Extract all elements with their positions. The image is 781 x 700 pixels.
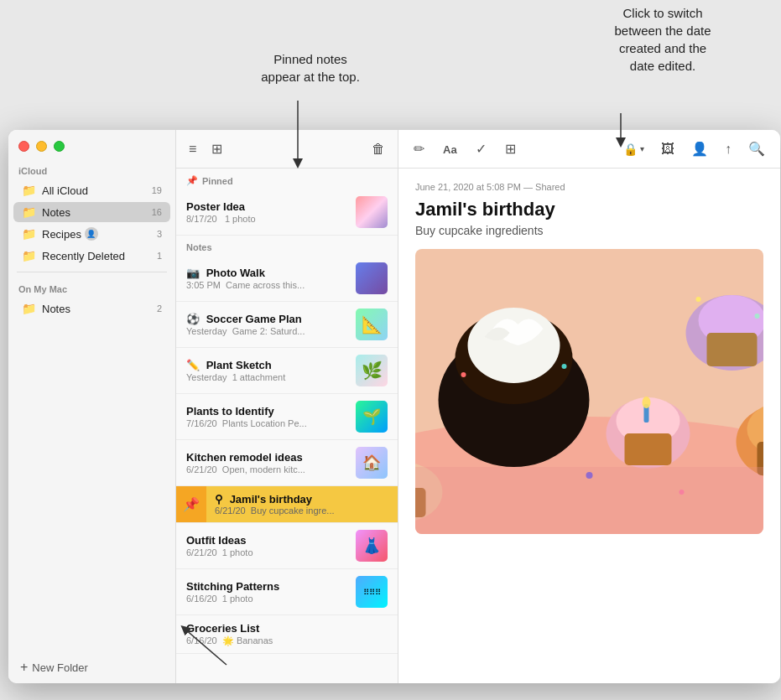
- svg-point-24: [562, 364, 567, 369]
- note-main-title: Jamil's birthday: [415, 199, 763, 220]
- sidebar-all-icloud-label: All iCloud: [42, 184, 88, 197]
- note-thumb-plant-sketch: 🌿: [356, 355, 388, 386]
- note-content-soccer: ⚽ Soccer Game Plan Yesterday Game 2: Sat…: [186, 313, 349, 336]
- svg-rect-13: [625, 433, 672, 465]
- note-item-groceries[interactable]: Groceries List 6/16/20 🌟 Bananas: [176, 615, 398, 654]
- sidebar-recipes-label: Recipes: [42, 228, 81, 241]
- note-thumb-poster: [356, 196, 388, 228]
- note-item-jamils-birthday[interactable]: 📌 ⚲ Jamil's birthday 6/21/20 Buy cupcake…: [176, 486, 398, 523]
- table-button[interactable]: ⊞: [500, 138, 521, 159]
- sidebar-item-all-icloud[interactable]: 📁 All iCloud 19: [13, 180, 170, 200]
- note-item-plants-identify[interactable]: Plants to Identify 7/16/20 Plants Locati…: [176, 394, 398, 440]
- note-meta-outfit: 6/21/20 1 photo: [186, 547, 349, 557]
- sidebar-item-notes[interactable]: 📁 Notes 16: [13, 202, 170, 222]
- note-content-birthday: ⚲ Jamil's birthday 6/21/20 Buy cupcake i…: [206, 486, 398, 522]
- note-content-groceries: Groceries List 6/16/20 🌟 Bananas: [186, 622, 388, 646]
- lock-icon: 🔒: [623, 143, 638, 156]
- note-preview-poster: [220, 214, 222, 224]
- note-meta-kitchen: 6/21/20 Open, modern kitc...: [186, 464, 349, 474]
- note-content-kitchen: Kitchen remodel ideas 6/21/20 Open, mode…: [186, 451, 349, 474]
- content-toolbar: ✏ Aa ✓ ⊞ 🔒 ▾ 🖼 👤: [398, 130, 780, 169]
- delete-button[interactable]: 🗑: [367, 139, 389, 159]
- soccer-icon: ⚽: [186, 313, 200, 325]
- close-button[interactable]: [18, 141, 29, 152]
- note-main-subtitle: Buy cupcake ingredients: [415, 224, 763, 237]
- svg-point-25: [696, 297, 701, 302]
- new-folder-button[interactable]: + New Folder: [8, 651, 175, 683]
- folder-icon-deleted: 📁: [22, 249, 36, 262]
- sidebar-item-recently-deleted[interactable]: 📁 Recently Deleted 1: [13, 246, 170, 266]
- search-button[interactable]: 🔍: [743, 138, 770, 159]
- note-content-photo-walk: 📷 Photo Walk 3:05 PM Came across this...: [186, 267, 349, 290]
- note-thumb-plants-identify: 🌱: [356, 401, 388, 433]
- note-title-plant-sketch: ✏️ Plant Sketch: [186, 359, 349, 371]
- note-title-groceries: Groceries List: [186, 622, 388, 635]
- checklist-icon: ✓: [476, 142, 487, 156]
- note-meta-photo-walk: 3:05 PM Came across this...: [186, 280, 349, 290]
- pinned-label: Pinned: [202, 176, 233, 186]
- media-icon: 🖼: [661, 142, 674, 156]
- note-item-outfit[interactable]: Outfit Ideas 6/21/20 1 photo 👗: [176, 523, 398, 569]
- note-item-stitching[interactable]: Stitching Patterns 6/16/20 1 photo ⠿⠿⠿: [176, 569, 398, 615]
- sidebar-item-notes-mac[interactable]: 📁 Notes 2: [13, 298, 170, 319]
- share-button[interactable]: ↑: [720, 139, 737, 159]
- note-item-soccer[interactable]: ⚽ Soccer Game Plan Yesterday Game 2: Sat…: [176, 302, 398, 348]
- lock-dropdown-arrow: ▾: [640, 144, 644, 153]
- notes-count: 16: [152, 207, 162, 217]
- mac-notes-count: 2: [157, 303, 162, 314]
- pin-swipe-button[interactable]: 📌: [176, 486, 206, 522]
- media-button[interactable]: 🖼: [656, 139, 679, 159]
- grid-view-button[interactable]: ⊞: [207, 138, 226, 159]
- svg-point-26: [755, 314, 760, 319]
- svg-rect-33: [415, 467, 763, 534]
- note-content-outfit: Outfit Ideas 6/21/20 1 photo: [186, 534, 349, 557]
- list-view-button[interactable]: ≡: [185, 139, 200, 159]
- notes-list-panel: ≡ ⊞ 🗑 📌 Pinned Poster Idea 8/17/20: [176, 130, 398, 683]
- sidebar: iCloud 📁 All iCloud 19 📁 Notes 16 📁 Reci…: [8, 130, 176, 683]
- annotation-date-switch: Click to switchbetween the datecreated a…: [575, 4, 751, 75]
- mac-section-label: On My Mac: [8, 277, 175, 298]
- font-button[interactable]: Aa: [438, 139, 462, 159]
- note-meta-plants-identify: 7/16/20 Plants Location Pe...: [186, 418, 349, 428]
- note-title-stitching: Stitching Patterns: [186, 580, 349, 593]
- note-meta-poster: 8/17/20 1 photo: [186, 214, 349, 224]
- table-icon: ⊞: [505, 142, 516, 156]
- note-title-photo-walk: 📷 Photo Walk: [186, 267, 349, 279]
- note-content-poster: Poster Idea 8/17/20 1 photo: [186, 200, 349, 224]
- cupcake-image-svg: [415, 249, 763, 534]
- note-item-poster-idea[interactable]: Poster Idea 8/17/20 1 photo: [176, 189, 398, 236]
- note-meta-soccer: Yesterday Game 2: Saturd...: [186, 326, 349, 336]
- sidebar-mac-notes-label: Notes: [42, 303, 70, 315]
- note-item-kitchen[interactable]: Kitchen remodel ideas 6/21/20 Open, mode…: [176, 440, 398, 486]
- svg-point-20: [643, 397, 651, 408]
- minimize-button[interactable]: [36, 141, 47, 152]
- svg-rect-10: [707, 333, 758, 366]
- checklist-button[interactable]: ✓: [471, 138, 492, 159]
- recipes-count: 3: [157, 229, 162, 239]
- notes-section-label: Notes: [186, 242, 212, 252]
- note-item-photo-walk[interactable]: 📷 Photo Walk 3:05 PM Came across this...: [176, 256, 398, 302]
- fullscreen-button[interactable]: [54, 141, 65, 152]
- note-thumb-kitchen: 🏠: [356, 447, 388, 479]
- new-note-icon: ✏: [414, 142, 424, 156]
- svg-point-7: [468, 308, 560, 383]
- collab-button[interactable]: 👤: [686, 138, 713, 159]
- note-content-area[interactable]: June 21, 2020 at 5:08 PM — Shared Jamil'…: [398, 169, 780, 683]
- new-note-button[interactable]: ✏: [409, 138, 430, 159]
- sidebar-item-recipes[interactable]: 📁 Recipes 👤 3: [13, 224, 170, 244]
- font-icon: Aa: [443, 143, 457, 156]
- note-date-poster: 8/17/20: [186, 214, 217, 224]
- note-title-plants-identify: Plants to Identify: [186, 405, 349, 417]
- content-panel: ✏ Aa ✓ ⊞ 🔒 ▾ 🖼 👤: [398, 130, 780, 683]
- note-item-plant-sketch[interactable]: ✏️ Plant Sketch Yesterday 1 attachment 🌿: [176, 348, 398, 394]
- pin-note-icon: ⚲: [215, 493, 223, 506]
- note-meta-plant-sketch: Yesterday 1 attachment: [186, 372, 349, 382]
- notes-scroll-area[interactable]: 📌 Pinned Poster Idea 8/17/20 1 photo Not…: [176, 169, 398, 683]
- new-folder-icon: +: [20, 660, 28, 675]
- lock-button[interactable]: 🔒 ▾: [618, 140, 649, 158]
- folder-icon: 📁: [22, 184, 36, 197]
- note-title-birthday: ⚲ Jamil's birthday: [215, 493, 389, 506]
- deleted-count: 1: [157, 251, 162, 261]
- note-photo-count-poster: 1 photo: [225, 214, 256, 224]
- folder-icon-notes: 📁: [22, 205, 36, 219]
